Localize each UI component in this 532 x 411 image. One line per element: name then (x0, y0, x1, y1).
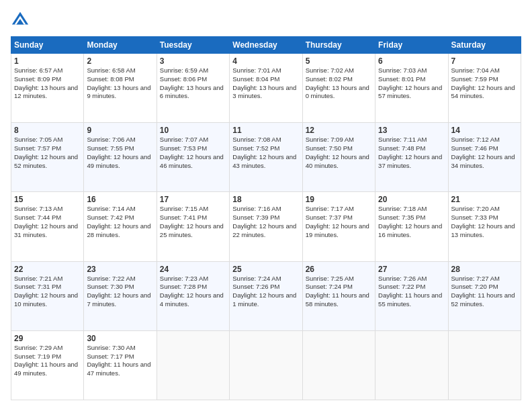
week-row-3: 15Sunrise: 7:13 AM Sunset: 7:44 PM Dayli… (11, 192, 521, 261)
day-number: 17 (160, 195, 226, 204)
day-info: Sunrise: 7:20 AM Sunset: 7:33 PM Dayligh… (451, 205, 518, 239)
day-cell: 7Sunrise: 7:04 AM Sunset: 7:59 PM Daylig… (448, 54, 521, 123)
day-info: Sunrise: 7:12 AM Sunset: 7:46 PM Dayligh… (451, 136, 518, 170)
day-cell: 16Sunrise: 7:14 AM Sunset: 7:42 PM Dayli… (84, 192, 157, 261)
day-cell: 23Sunrise: 7:22 AM Sunset: 7:30 PM Dayli… (84, 261, 157, 330)
day-number: 30 (87, 334, 153, 343)
day-cell: 5Sunrise: 7:02 AM Sunset: 8:02 PM Daylig… (302, 54, 375, 123)
page: SundayMondayTuesdayWednesdayThursdayFrid… (0, 0, 532, 411)
day-cell (230, 330, 302, 400)
day-number: 14 (451, 126, 518, 135)
day-cell: 12Sunrise: 7:09 AM Sunset: 7:50 PM Dayli… (302, 123, 375, 192)
day-info: Sunrise: 7:08 AM Sunset: 7:52 PM Dayligh… (232, 136, 299, 170)
day-number: 20 (378, 195, 445, 204)
day-cell (157, 330, 229, 400)
day-info: Sunrise: 7:18 AM Sunset: 7:35 PM Dayligh… (378, 205, 445, 239)
day-info: Sunrise: 7:04 AM Sunset: 7:59 PM Dayligh… (451, 66, 518, 101)
day-info: Sunrise: 7:24 AM Sunset: 7:26 PM Dayligh… (232, 275, 299, 309)
day-number: 21 (451, 195, 518, 204)
day-info: Sunrise: 7:14 AM Sunset: 7:42 PM Dayligh… (87, 205, 153, 239)
day-info: Sunrise: 7:11 AM Sunset: 7:48 PM Dayligh… (378, 136, 445, 170)
day-number: 11 (232, 126, 299, 135)
day-cell: 27Sunrise: 7:26 AM Sunset: 7:22 PM Dayli… (375, 261, 448, 330)
day-cell: 15Sunrise: 7:13 AM Sunset: 7:44 PM Dayli… (11, 192, 84, 261)
logo-icon (11, 11, 30, 30)
day-info: Sunrise: 7:16 AM Sunset: 7:39 PM Dayligh… (232, 205, 299, 239)
logo (11, 11, 32, 30)
day-cell: 18Sunrise: 7:16 AM Sunset: 7:39 PM Dayli… (230, 192, 302, 261)
day-info: Sunrise: 7:02 AM Sunset: 8:02 PM Dayligh… (306, 66, 372, 101)
day-info: Sunrise: 7:29 AM Sunset: 7:19 PM Dayligh… (14, 344, 81, 378)
day-cell: 4Sunrise: 7:01 AM Sunset: 8:04 PM Daylig… (230, 54, 302, 123)
day-number: 22 (14, 265, 81, 274)
week-row-5: 29Sunrise: 7:29 AM Sunset: 7:19 PM Dayli… (11, 330, 521, 400)
day-cell: 28Sunrise: 7:27 AM Sunset: 7:20 PM Dayli… (448, 261, 521, 330)
day-info: Sunrise: 7:06 AM Sunset: 7:55 PM Dayligh… (87, 136, 153, 170)
week-row-1: 1Sunrise: 6:57 AM Sunset: 8:09 PM Daylig… (11, 54, 521, 123)
day-cell: 2Sunrise: 6:58 AM Sunset: 8:08 PM Daylig… (84, 54, 157, 123)
day-info: Sunrise: 7:17 AM Sunset: 7:37 PM Dayligh… (306, 205, 372, 239)
day-info: Sunrise: 6:58 AM Sunset: 8:08 PM Dayligh… (87, 66, 153, 101)
day-info: Sunrise: 6:59 AM Sunset: 8:06 PM Dayligh… (160, 66, 226, 101)
day-number: 25 (232, 265, 299, 274)
day-number: 18 (232, 195, 299, 204)
day-cell: 29Sunrise: 7:29 AM Sunset: 7:19 PM Dayli… (11, 330, 84, 400)
day-cell: 19Sunrise: 7:17 AM Sunset: 7:37 PM Dayli… (302, 192, 375, 261)
day-cell: 1Sunrise: 6:57 AM Sunset: 8:09 PM Daylig… (11, 54, 84, 123)
day-cell: 17Sunrise: 7:15 AM Sunset: 7:41 PM Dayli… (157, 192, 229, 261)
day-cell: 26Sunrise: 7:25 AM Sunset: 7:24 PM Dayli… (302, 261, 375, 330)
day-info: Sunrise: 6:57 AM Sunset: 8:09 PM Dayligh… (14, 66, 81, 101)
day-number: 27 (378, 265, 445, 274)
day-number: 12 (306, 126, 372, 135)
day-cell: 3Sunrise: 6:59 AM Sunset: 8:06 PM Daylig… (157, 54, 229, 123)
day-cell (375, 330, 448, 400)
day-number: 13 (378, 126, 445, 135)
day-info: Sunrise: 7:07 AM Sunset: 7:53 PM Dayligh… (160, 136, 226, 170)
day-number: 9 (87, 126, 153, 135)
day-info: Sunrise: 7:09 AM Sunset: 7:50 PM Dayligh… (306, 136, 372, 170)
day-info: Sunrise: 7:22 AM Sunset: 7:30 PM Dayligh… (87, 275, 153, 309)
day-info: Sunrise: 7:13 AM Sunset: 7:44 PM Dayligh… (14, 205, 81, 239)
day-info: Sunrise: 7:05 AM Sunset: 7:57 PM Dayligh… (14, 136, 81, 170)
calendar-table: SundayMondayTuesdayWednesdayThursdayFrid… (11, 36, 521, 400)
weekday-header-tuesday: Tuesday (157, 37, 229, 54)
day-info: Sunrise: 7:23 AM Sunset: 7:28 PM Dayligh… (160, 275, 226, 309)
day-info: Sunrise: 7:27 AM Sunset: 7:20 PM Dayligh… (451, 275, 518, 309)
day-number: 3 (160, 56, 226, 66)
day-info: Sunrise: 7:25 AM Sunset: 7:24 PM Dayligh… (306, 275, 372, 309)
day-number: 26 (306, 265, 372, 274)
day-cell: 20Sunrise: 7:18 AM Sunset: 7:35 PM Dayli… (375, 192, 448, 261)
day-number: 5 (306, 56, 372, 66)
day-cell: 30Sunrise: 7:30 AM Sunset: 7:17 PM Dayli… (84, 330, 157, 400)
day-number: 4 (232, 56, 299, 66)
day-number: 28 (451, 265, 518, 274)
day-number: 1 (14, 56, 81, 66)
day-number: 16 (87, 195, 153, 204)
day-number: 23 (87, 265, 153, 274)
day-cell (448, 330, 521, 400)
week-row-2: 8Sunrise: 7:05 AM Sunset: 7:57 PM Daylig… (11, 123, 521, 192)
day-number: 8 (14, 126, 81, 135)
day-cell: 14Sunrise: 7:12 AM Sunset: 7:46 PM Dayli… (448, 123, 521, 192)
day-number: 2 (87, 56, 153, 66)
day-cell: 9Sunrise: 7:06 AM Sunset: 7:55 PM Daylig… (84, 123, 157, 192)
day-info: Sunrise: 7:21 AM Sunset: 7:31 PM Dayligh… (14, 275, 81, 309)
day-cell: 6Sunrise: 7:03 AM Sunset: 8:01 PM Daylig… (375, 54, 448, 123)
day-info: Sunrise: 7:15 AM Sunset: 7:41 PM Dayligh… (160, 205, 226, 239)
day-number: 15 (14, 195, 81, 204)
day-info: Sunrise: 7:30 AM Sunset: 7:17 PM Dayligh… (87, 344, 153, 378)
day-info: Sunrise: 7:01 AM Sunset: 8:04 PM Dayligh… (232, 66, 299, 101)
weekday-header-sunday: Sunday (11, 37, 84, 54)
weekday-header-wednesday: Wednesday (230, 37, 302, 54)
day-cell: 11Sunrise: 7:08 AM Sunset: 7:52 PM Dayli… (230, 123, 302, 192)
day-number: 24 (160, 265, 226, 274)
day-info: Sunrise: 7:03 AM Sunset: 8:01 PM Dayligh… (378, 66, 445, 101)
day-info: Sunrise: 7:26 AM Sunset: 7:22 PM Dayligh… (378, 275, 445, 309)
week-row-4: 22Sunrise: 7:21 AM Sunset: 7:31 PM Dayli… (11, 261, 521, 330)
day-cell: 25Sunrise: 7:24 AM Sunset: 7:26 PM Dayli… (230, 261, 302, 330)
day-cell: 13Sunrise: 7:11 AM Sunset: 7:48 PM Dayli… (375, 123, 448, 192)
day-cell (302, 330, 375, 400)
day-cell: 10Sunrise: 7:07 AM Sunset: 7:53 PM Dayli… (157, 123, 229, 192)
day-cell: 8Sunrise: 7:05 AM Sunset: 7:57 PM Daylig… (11, 123, 84, 192)
day-number: 29 (14, 334, 81, 343)
